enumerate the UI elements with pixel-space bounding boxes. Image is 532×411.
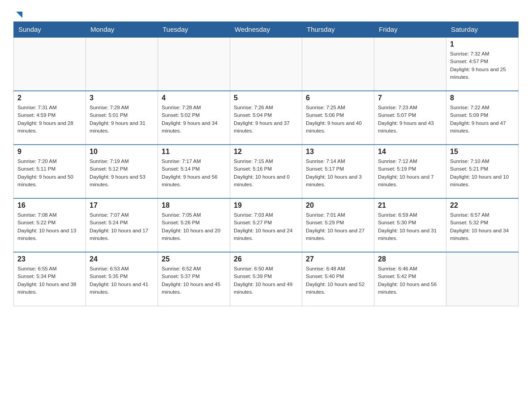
weekday-header-thursday: Thursday: [302, 22, 374, 38]
day-info: Sunrise: 7:23 AMSunset: 5:07 PMDaylight:…: [378, 104, 442, 135]
day-info: Sunrise: 7:01 AMSunset: 5:29 PMDaylight:…: [306, 211, 370, 242]
day-number: 12: [234, 148, 298, 156]
calendar-cell: 6Sunrise: 7:25 AMSunset: 5:06 PMDaylight…: [302, 91, 374, 145]
day-info: Sunrise: 7:03 AMSunset: 5:27 PMDaylight:…: [234, 211, 298, 242]
calendar-cell: 15Sunrise: 7:10 AMSunset: 5:21 PMDayligh…: [446, 145, 519, 198]
page-header: [13, 9, 519, 17]
day-number: 15: [450, 148, 515, 156]
day-number: 24: [90, 255, 154, 263]
day-number: 1: [450, 40, 515, 48]
calendar-cell: 9Sunrise: 7:20 AMSunset: 5:11 PMDaylight…: [14, 145, 86, 198]
day-info: Sunrise: 7:19 AMSunset: 5:12 PMDaylight:…: [90, 158, 154, 188]
calendar-cell: 11Sunrise: 7:17 AMSunset: 5:14 PMDayligh…: [158, 145, 230, 198]
calendar-cell: 4Sunrise: 7:28 AMSunset: 5:02 PMDaylight…: [158, 91, 230, 145]
day-number: 16: [17, 201, 82, 210]
day-info: Sunrise: 6:53 AMSunset: 5:35 PMDaylight:…: [90, 265, 154, 296]
day-info: Sunrise: 6:46 AMSunset: 5:42 PMDaylight:…: [378, 265, 442, 296]
weekday-header-monday: Monday: [86, 22, 158, 38]
calendar-cell: 23Sunrise: 6:55 AMSunset: 5:34 PMDayligh…: [14, 252, 86, 306]
logo: [13, 9, 24, 17]
calendar-cell: 24Sunrise: 6:53 AMSunset: 5:35 PMDayligh…: [86, 252, 158, 306]
day-number: 28: [378, 255, 442, 263]
calendar-cell: 2Sunrise: 7:31 AMSunset: 4:59 PMDaylight…: [14, 91, 86, 145]
day-number: 4: [162, 94, 226, 102]
day-number: 9: [17, 148, 82, 156]
calendar-cell: 28Sunrise: 6:46 AMSunset: 5:42 PMDayligh…: [374, 252, 446, 306]
day-number: 13: [306, 148, 370, 156]
calendar-cell: [230, 37, 302, 91]
calendar-cell: 20Sunrise: 7:01 AMSunset: 5:29 PMDayligh…: [302, 198, 374, 252]
day-info: Sunrise: 6:57 AMSunset: 5:32 PMDaylight:…: [450, 211, 515, 242]
day-number: 8: [450, 94, 515, 102]
calendar-cell: 7Sunrise: 7:23 AMSunset: 5:07 PMDaylight…: [374, 91, 446, 145]
week-row-1: 1Sunrise: 7:32 AMSunset: 4:57 PMDaylight…: [14, 37, 519, 91]
calendar-cell: [374, 37, 446, 91]
day-number: 2: [17, 94, 82, 102]
calendar-cell: 25Sunrise: 6:52 AMSunset: 5:37 PMDayligh…: [158, 252, 230, 306]
calendar-cell: 19Sunrise: 7:03 AMSunset: 5:27 PMDayligh…: [230, 198, 302, 252]
day-info: Sunrise: 7:17 AMSunset: 5:14 PMDaylight:…: [162, 158, 226, 188]
day-number: 6: [306, 94, 370, 102]
weekday-header-tuesday: Tuesday: [158, 22, 230, 38]
calendar-cell: [302, 37, 374, 91]
day-number: 27: [306, 255, 370, 263]
calendar-cell: 14Sunrise: 7:12 AMSunset: 5:19 PMDayligh…: [374, 145, 446, 198]
day-info: Sunrise: 7:22 AMSunset: 5:09 PMDaylight:…: [450, 104, 515, 135]
day-info: Sunrise: 7:08 AMSunset: 5:22 PMDaylight:…: [17, 211, 82, 242]
day-number: 3: [90, 94, 154, 102]
week-row-5: 23Sunrise: 6:55 AMSunset: 5:34 PMDayligh…: [14, 252, 519, 306]
day-info: Sunrise: 6:50 AMSunset: 5:39 PMDaylight:…: [234, 265, 298, 296]
calendar-cell: 27Sunrise: 6:48 AMSunset: 5:40 PMDayligh…: [302, 252, 374, 306]
day-number: 18: [162, 201, 226, 210]
day-number: 23: [17, 255, 82, 263]
day-info: Sunrise: 7:12 AMSunset: 5:19 PMDaylight:…: [378, 158, 442, 188]
weekday-header-saturday: Saturday: [446, 22, 519, 38]
day-number: 5: [234, 94, 298, 102]
weekday-header-friday: Friday: [374, 22, 446, 38]
day-info: Sunrise: 6:55 AMSunset: 5:34 PMDaylight:…: [17, 265, 82, 296]
calendar-cell: [14, 37, 86, 91]
weekday-header-wednesday: Wednesday: [230, 22, 302, 38]
day-number: 19: [234, 201, 298, 210]
day-info: Sunrise: 7:26 AMSunset: 5:04 PMDaylight:…: [234, 104, 298, 135]
svg-marker-0: [16, 12, 22, 18]
day-info: Sunrise: 6:48 AMSunset: 5:40 PMDaylight:…: [306, 265, 370, 296]
calendar-cell: 16Sunrise: 7:08 AMSunset: 5:22 PMDayligh…: [14, 198, 86, 252]
calendar-cell: 22Sunrise: 6:57 AMSunset: 5:32 PMDayligh…: [446, 198, 519, 252]
day-number: 25: [162, 255, 226, 263]
calendar-cell: 18Sunrise: 7:05 AMSunset: 5:26 PMDayligh…: [158, 198, 230, 252]
calendar-cell: 12Sunrise: 7:15 AMSunset: 5:16 PMDayligh…: [230, 145, 302, 198]
day-info: Sunrise: 7:15 AMSunset: 5:16 PMDaylight:…: [234, 158, 298, 188]
day-info: Sunrise: 7:07 AMSunset: 5:24 PMDaylight:…: [90, 211, 154, 242]
calendar-cell: 8Sunrise: 7:22 AMSunset: 5:09 PMDaylight…: [446, 91, 519, 145]
day-info: Sunrise: 7:25 AMSunset: 5:06 PMDaylight:…: [306, 104, 370, 135]
calendar-cell: 1Sunrise: 7:32 AMSunset: 4:57 PMDaylight…: [446, 37, 519, 91]
week-row-4: 16Sunrise: 7:08 AMSunset: 5:22 PMDayligh…: [14, 198, 519, 252]
day-info: Sunrise: 7:14 AMSunset: 5:17 PMDaylight:…: [306, 158, 370, 188]
week-row-2: 2Sunrise: 7:31 AMSunset: 4:59 PMDaylight…: [14, 91, 519, 145]
day-info: Sunrise: 7:28 AMSunset: 5:02 PMDaylight:…: [162, 104, 226, 135]
calendar-header-row: SundayMondayTuesdayWednesdayThursdayFrid…: [14, 22, 519, 38]
weekday-header-sunday: Sunday: [14, 22, 86, 38]
calendar-cell: 26Sunrise: 6:50 AMSunset: 5:39 PMDayligh…: [230, 252, 302, 306]
day-number: 26: [234, 255, 298, 263]
calendar-table: SundayMondayTuesdayWednesdayThursdayFrid…: [13, 21, 519, 306]
day-info: Sunrise: 7:10 AMSunset: 5:21 PMDaylight:…: [450, 158, 515, 188]
day-info: Sunrise: 6:59 AMSunset: 5:30 PMDaylight:…: [378, 211, 442, 242]
logo-triangle-icon: [14, 10, 24, 20]
day-info: Sunrise: 7:20 AMSunset: 5:11 PMDaylight:…: [17, 158, 82, 188]
calendar-cell: [158, 37, 230, 91]
day-info: Sunrise: 7:31 AMSunset: 4:59 PMDaylight:…: [17, 104, 82, 135]
day-number: 14: [378, 148, 442, 156]
day-info: Sunrise: 7:05 AMSunset: 5:26 PMDaylight:…: [162, 211, 226, 242]
day-number: 7: [378, 94, 442, 102]
calendar-cell: [86, 37, 158, 91]
calendar-cell: [446, 252, 519, 306]
day-number: 17: [90, 201, 154, 210]
day-info: Sunrise: 7:29 AMSunset: 5:01 PMDaylight:…: [90, 104, 154, 135]
calendar-cell: 3Sunrise: 7:29 AMSunset: 5:01 PMDaylight…: [86, 91, 158, 145]
day-info: Sunrise: 7:32 AMSunset: 4:57 PMDaylight:…: [450, 50, 515, 81]
calendar-cell: 13Sunrise: 7:14 AMSunset: 5:17 PMDayligh…: [302, 145, 374, 198]
day-number: 20: [306, 201, 370, 210]
calendar-cell: 5Sunrise: 7:26 AMSunset: 5:04 PMDaylight…: [230, 91, 302, 145]
